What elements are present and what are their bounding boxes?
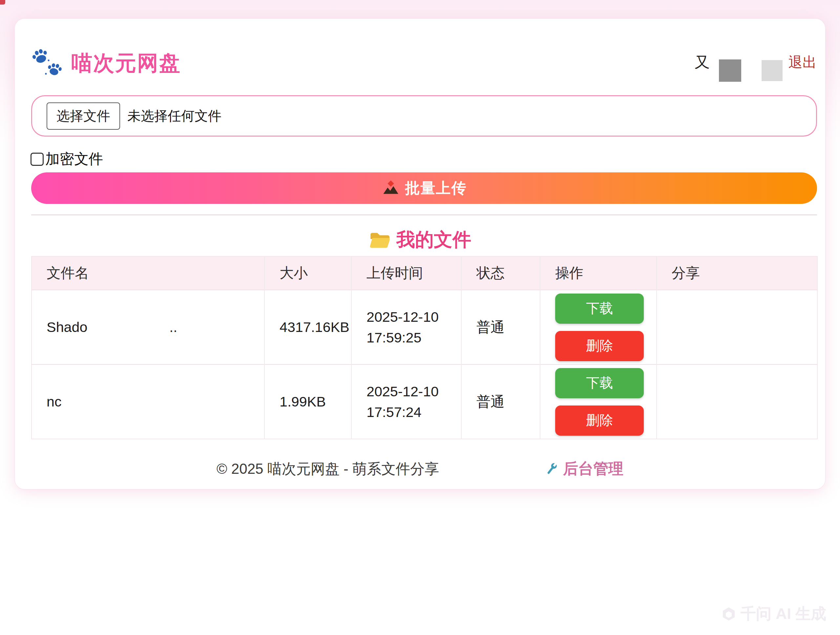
file-input-field: 选择文件 未选择任何文件: [31, 95, 817, 136]
file-input-status: 未选择任何文件: [127, 107, 221, 125]
file-share-cell: [657, 290, 817, 364]
col-upload-time: 上传时间: [351, 257, 461, 290]
header: 喵次元网盘 又 退出: [31, 45, 817, 81]
choose-file-button[interactable]: 选择文件: [47, 103, 120, 130]
file-size-cell: 4317.16KB: [264, 290, 351, 364]
files-heading-label: 我的文件: [396, 227, 471, 252]
file-row: nc 1.99KB 2025-12-10 17:57:24 普通 下载 删除: [32, 364, 817, 439]
watermark-logo-icon: [721, 606, 737, 622]
col-actions: 操作: [540, 257, 657, 290]
file-name-suffix: ..: [169, 319, 177, 335]
admin-link[interactable]: 后台管理: [544, 459, 624, 479]
main-card: 喵次元网盘 又 退出 选择文件 未选择任何文件 加密文件 批量上传 我的文件: [15, 19, 825, 489]
file-time: 17:59:25: [366, 327, 461, 348]
file-status-cell: 普通: [461, 290, 540, 364]
file-name: nc: [47, 394, 62, 409]
col-filename: 文件名: [32, 257, 264, 290]
batch-upload-label: 批量上传: [405, 178, 467, 198]
file-date: 2025-12-10: [366, 381, 461, 402]
wrench-icon: [544, 461, 559, 477]
file-time: 17:57:24: [366, 402, 461, 422]
redacted-avatar: [719, 59, 741, 82]
admin-link-label: 后台管理: [563, 459, 624, 479]
col-status: 状态: [461, 257, 540, 290]
redacted-block: [761, 60, 783, 81]
copyright-text: © 2025 喵次元网盘 - 萌系文件分享: [216, 459, 439, 479]
watermark: 千问 AI 生成: [721, 603, 826, 624]
paw-prints-icon: [31, 48, 65, 78]
page-title: 喵次元网盘: [71, 49, 181, 78]
file-time-cell: 2025-12-10 17:59:25: [351, 290, 461, 364]
col-share: 分享: [657, 257, 817, 290]
file-date: 2025-12-10: [366, 307, 461, 327]
delete-button[interactable]: 删除: [555, 405, 644, 436]
file-actions-cell: 下载 删除: [540, 364, 657, 439]
brand: 喵次元网盘: [31, 48, 181, 78]
files-table-header-row: 文件名 大小 上传时间 状态 操作 分享: [32, 257, 817, 290]
files-section-heading: 我的文件: [15, 227, 825, 252]
encrypt-checkbox-label: 加密文件: [45, 149, 103, 169]
corner-artifact: [0, 0, 5, 5]
open-folder-icon: [369, 231, 390, 249]
batch-upload-button[interactable]: 批量上传: [31, 173, 817, 204]
file-name-cell: nc: [32, 364, 264, 439]
user-glyph: 又: [695, 52, 710, 73]
delete-button[interactable]: 删除: [555, 331, 644, 361]
footer: © 2025 喵次元网盘 - 萌系文件分享 后台管理: [15, 459, 825, 479]
file-row: Shado.. 4317.16KB 2025-12-10 17:59:25 普通…: [32, 290, 817, 364]
file-share-cell: [657, 364, 817, 439]
encrypt-checkbox[interactable]: [30, 153, 44, 166]
download-button[interactable]: 下载: [555, 293, 644, 324]
encrypt-file-option[interactable]: 加密文件: [30, 149, 103, 169]
download-button[interactable]: 下载: [555, 368, 644, 398]
watermark-text: 千问 AI 生成: [741, 603, 826, 624]
file-actions-cell: 下载 删除: [540, 290, 657, 364]
file-name: Shado: [47, 319, 87, 335]
logout-link[interactable]: 退出: [788, 53, 817, 72]
user-area: 又 退出: [695, 44, 817, 82]
col-size: 大小: [264, 257, 351, 290]
volcano-upload-icon: [382, 179, 400, 197]
file-name-cell: Shado..: [32, 290, 264, 364]
files-table: 文件名 大小 上传时间 状态 操作 分享 Shado.. 4317.16KB 2…: [31, 256, 818, 439]
file-size-cell: 1.99KB: [264, 364, 351, 439]
file-status-cell: 普通: [461, 364, 540, 439]
file-time-cell: 2025-12-10 17:57:24: [351, 364, 461, 439]
section-divider: [31, 214, 817, 215]
